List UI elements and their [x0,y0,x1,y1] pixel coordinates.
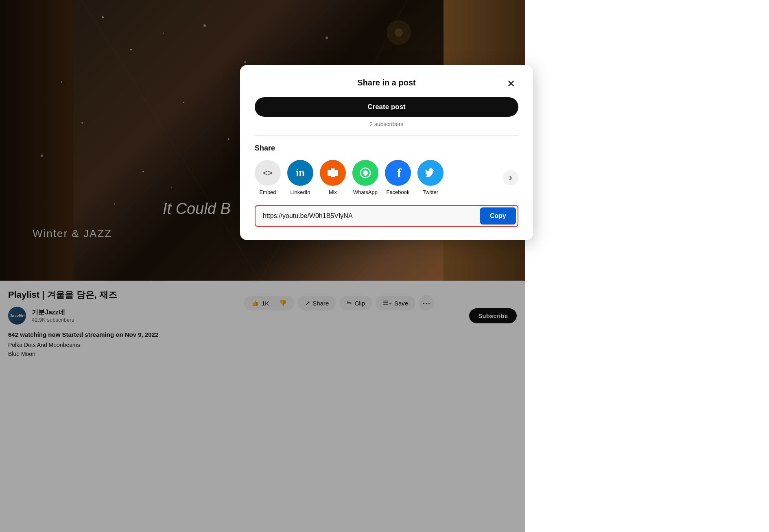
svg-rect-6 [334,170,338,176]
share-twitter[interactable]: Twitter [417,160,443,195]
facebook-icon-circle: f [385,160,411,186]
linkedin-icon-circle: in [287,160,313,186]
share-mix[interactable]: Mix [320,160,346,195]
subscribers-count: 2 subscribers [255,121,518,127]
whatsapp-icon-circle [352,160,378,186]
share-embed[interactable]: <> Embed [255,160,281,195]
close-button[interactable]: ✕ [504,76,518,91]
right-panel [525,0,769,532]
mix-svg-icon [326,166,340,180]
create-post-button[interactable]: Create post [255,97,518,117]
mix-label: Mix [329,189,337,195]
facebook-icon: f [395,166,402,181]
modal-title: Share in a post [357,78,415,87]
linkedin-label: LinkedIn [290,189,310,195]
modal-divider [255,135,518,136]
facebook-label: Facebook [386,189,409,195]
embed-label: Embed [259,189,276,195]
twitter-label: Twitter [423,189,438,195]
url-copy-row: Copy [255,205,518,227]
mix-icon-circle [320,160,346,186]
embed-icon-circle: <> [255,160,281,186]
share-facebook[interactable]: f Facebook [385,160,411,195]
whatsapp-label: WhatsApp [353,189,378,195]
embed-icon: <> [263,168,272,178]
modal-header: Share in a post ✕ [255,78,518,87]
share-section-title: Share [255,144,518,153]
linkedin-icon: in [296,167,305,179]
twitter-svg-icon [423,166,438,180]
url-input[interactable] [256,206,478,226]
whatsapp-svg-icon [358,165,373,181]
share-whatsapp[interactable]: WhatsApp [352,160,378,195]
share-next-button[interactable]: › [503,170,518,185]
share-linkedin[interactable]: in LinkedIn [287,160,313,195]
chevron-right-icon: › [509,172,512,183]
copy-button[interactable]: Copy [480,207,516,225]
share-icons-row: <> Embed in LinkedIn Mix [255,160,518,195]
twitter-icon-circle [417,160,443,186]
share-modal: Share in a post ✕ Create post 2 subscrib… [240,65,533,240]
